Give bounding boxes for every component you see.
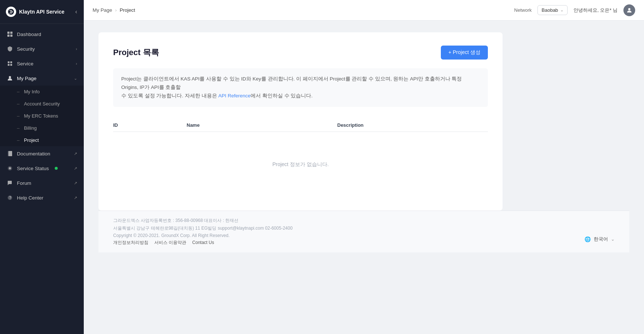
footer-links: 개인정보처리방침 서비스 이용약관 Contact Us <box>113 240 230 246</box>
svg-rect-6 <box>10 61 12 63</box>
language-chevron-icon: ⌄ <box>611 237 615 242</box>
svg-rect-4 <box>10 35 12 37</box>
page-header: Project 목록 + Project 생성 <box>113 46 488 60</box>
svg-point-9 <box>9 76 11 78</box>
sidebar-item-service[interactable]: Service › <box>0 56 84 71</box>
sidebar-item-documentation-label: Documentation <box>17 151 50 157</box>
sidebar-item-security-label: Security <box>17 46 35 52</box>
svg-text:?: ? <box>9 196 11 200</box>
security-chevron-icon: › <box>76 47 77 51</box>
logo-icon <box>6 7 16 17</box>
sidebar-item-dashboard-label: Dashboard <box>17 32 41 37</box>
sidebar: Klaytn API Service ‹ Dashboard Security … <box>0 0 84 334</box>
mypage-icon <box>7 75 13 82</box>
page-title: Project 목록 <box>113 47 159 58</box>
sidebar-item-billing[interactable]: – Billing <box>0 122 84 134</box>
footer-contact-link[interactable]: Contact Us <box>192 240 214 245</box>
sidebar-item-help-center-label: Help Center <box>17 195 43 201</box>
sidebar-item-security[interactable]: Security › <box>0 42 84 56</box>
table-empty-message: Project 정보가 없습니다. <box>113 132 488 197</box>
help-center-external-icon: ↗ <box>74 195 77 200</box>
greeting-text: 안녕하세요, 오은* 님 <box>573 7 618 14</box>
dashboard-icon <box>7 31 13 37</box>
sidebar-item-project[interactable]: – Project <box>0 134 84 146</box>
header-right: Network Baobab ⌄ 안녕하세요, 오은* 님 <box>514 4 635 16</box>
service-icon <box>7 60 13 67</box>
globe-icon: 🌐 <box>584 236 591 242</box>
footer-copyright-area: Copyright © 2020-2021. GroundX Corp. All… <box>113 233 230 246</box>
svg-point-13 <box>9 167 11 169</box>
svg-rect-3 <box>7 35 10 37</box>
main-area: My Page › Project Network Baobab ⌄ 안녕하세요… <box>84 0 644 334</box>
footer-privacy-link[interactable]: 개인정보처리방침 <box>113 240 148 246</box>
description-text-1: Project는 클라이언트에서 KAS API를 사용할 수 있는 ID와 K… <box>121 76 462 90</box>
footer-copyright: Copyright © 2020-2021. GroundX Corp. All… <box>113 233 230 238</box>
logo-text: Klaytn API Service <box>19 9 64 15</box>
svg-point-16 <box>628 8 630 10</box>
svg-rect-2 <box>10 32 12 34</box>
sidebar-item-service-status-label: Service Status <box>17 166 49 171</box>
help-center-icon: ? <box>7 194 13 201</box>
sidebar-item-help-center[interactable]: ? Help Center ↗ <box>0 190 84 205</box>
table-col-description: Description <box>337 122 488 128</box>
sidebar-item-myinfo[interactable]: – My Info <box>0 86 84 98</box>
description-text-3: 에서 확인하실 수 있습니다. <box>251 93 313 98</box>
svg-rect-1 <box>7 32 10 34</box>
mypage-chevron-icon: ⌄ <box>74 76 77 81</box>
svg-rect-11 <box>8 151 12 156</box>
footer-line2: 서울특별시 강남구 테헤란로98길(대치동) 11 EG빌딩 support@k… <box>113 225 615 231</box>
sidebar-item-forum-label: Forum <box>17 180 31 186</box>
service-status-dot <box>55 167 58 170</box>
sidebar-collapse-button[interactable]: ‹ <box>75 8 78 16</box>
forum-external-icon: ↗ <box>74 181 77 186</box>
documentation-icon <box>7 150 13 157</box>
sidebar-item-dashboard[interactable]: Dashboard <box>0 27 84 42</box>
forum-icon <box>7 180 13 186</box>
breadcrumb: My Page › Project <box>93 7 135 13</box>
sidebar-header: Klaytn API Service ‹ <box>0 0 84 24</box>
sidebar-item-forum[interactable]: Forum ↗ <box>0 176 84 190</box>
sidebar-item-project-label: Project <box>24 137 39 143</box>
sidebar-item-documentation[interactable]: Documentation ↗ <box>0 146 84 161</box>
user-avatar[interactable] <box>623 4 635 16</box>
api-reference-link[interactable]: API Reference <box>218 93 251 98</box>
sidebar-item-myinfo-label: My Info <box>24 89 40 94</box>
breadcrumb-parent[interactable]: My Page <box>93 7 112 13</box>
language-text: 한국어 <box>594 236 608 243</box>
network-value: Baobab <box>542 7 558 13</box>
sidebar-nav: Dashboard Security › Service › <box>0 24 84 334</box>
sidebar-item-account-security-label: Account Security <box>24 101 60 107</box>
sidebar-item-my-erc-tokens[interactable]: – My ERC Tokens <box>0 110 84 122</box>
footer-terms-link[interactable]: 서비스 이용약관 <box>154 240 186 246</box>
breadcrumb-current: Project <box>120 7 135 13</box>
svg-rect-8 <box>10 64 12 66</box>
table-header: ID Name Description <box>113 119 488 132</box>
network-selector[interactable]: Baobab ⌄ <box>537 5 568 15</box>
footer-line1: 그라운드엑스 사업자등록번호 : 356-88-00968 대표이사 : 한재선 <box>113 218 615 224</box>
svg-rect-5 <box>8 61 10 63</box>
create-project-button[interactable]: + Project 생성 <box>441 46 488 60</box>
footer-bottom: Copyright © 2020-2021. GroundX Corp. All… <box>113 233 615 246</box>
service-status-external-icon: ↗ <box>74 166 77 171</box>
description-text-2: 수 있도록 설정 가능합니다. 자세한 내용은 <box>121 93 218 98</box>
project-table: ID Name Description Project 정보가 없습니다. <box>113 119 488 197</box>
sidebar-item-service-status[interactable]: Service Status ↗ <box>0 161 84 176</box>
sidebar-item-service-label: Service <box>17 61 33 67</box>
network-label: Network <box>514 7 532 13</box>
security-icon <box>7 46 13 52</box>
sidebar-item-mypage-label: My Page <box>17 76 36 81</box>
breadcrumb-separator: › <box>115 7 117 13</box>
sidebar-item-account-security[interactable]: – Account Security <box>0 98 84 110</box>
description-box: Project는 클라이언트에서 KAS API를 사용할 수 있는 ID와 K… <box>113 68 488 107</box>
page-card: Project 목록 + Project 생성 Project는 클라이언트에서… <box>98 32 503 211</box>
table-col-name: Name <box>187 122 337 128</box>
documentation-external-icon: ↗ <box>74 151 77 156</box>
footer-language-selector[interactable]: 🌐 한국어 ⌄ <box>584 236 615 243</box>
logo: Klaytn API Service <box>6 7 64 17</box>
content-area: Project 목록 + Project 생성 Project는 클라이언트에서… <box>84 21 644 334</box>
service-status-icon <box>7 165 13 172</box>
network-chevron-icon: ⌄ <box>560 8 564 12</box>
sidebar-item-mypage[interactable]: My Page ⌄ <box>0 71 84 86</box>
header: My Page › Project Network Baobab ⌄ 안녕하세요… <box>84 0 644 21</box>
mypage-submenu: – My Info – Account Security – My ERC To… <box>0 86 84 146</box>
